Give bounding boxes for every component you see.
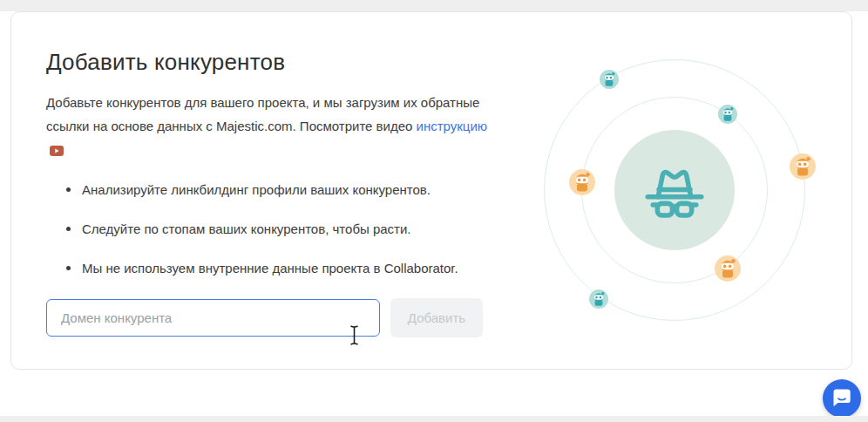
incognito-circle xyxy=(614,130,735,250)
add-competitors-card: Добавить конкурентов Добавьте конкуренто… xyxy=(10,11,852,370)
list-item: Следуйте по стопам ваших конкурентов, чт… xyxy=(64,220,499,238)
description-text: Добавьте конкурентов для вашего проекта,… xyxy=(46,91,492,163)
orbit-outer-circle xyxy=(544,59,805,321)
orange-bot-avatar xyxy=(790,153,816,180)
ibeam-cursor-icon xyxy=(348,324,361,350)
orange-bot-avatar xyxy=(569,169,595,195)
page-bottom-band xyxy=(0,416,868,422)
teal-bot-avatar xyxy=(718,105,737,124)
page-top-band xyxy=(0,0,868,11)
benefits-list: Анализируйте линкбилдинг профили ваших к… xyxy=(64,180,499,298)
chat-widget-button[interactable] xyxy=(823,379,861,418)
teal-bot-avatar xyxy=(589,289,608,309)
orange-bot-avatar xyxy=(715,255,741,282)
messenger-bubble-icon xyxy=(832,388,851,409)
list-item: Анализируйте линкбилдинг профили ваших к… xyxy=(64,180,499,199)
page-title: Добавить конкурентов xyxy=(46,49,285,76)
add-button[interactable]: Добавить xyxy=(390,298,483,337)
teal-bot-avatar xyxy=(600,70,619,89)
list-item: Мы не используем внутренние данные проек… xyxy=(64,259,499,277)
description-body: Добавьте конкурентов для вашего проекта,… xyxy=(46,95,479,133)
video-instruction-link[interactable]: инструкцию xyxy=(417,119,488,133)
incognito-spy-icon xyxy=(637,154,712,226)
orbit-inner-circle xyxy=(581,97,768,283)
competitor-domain-input[interactable] xyxy=(46,299,380,337)
youtube-play-icon[interactable] xyxy=(50,140,64,163)
